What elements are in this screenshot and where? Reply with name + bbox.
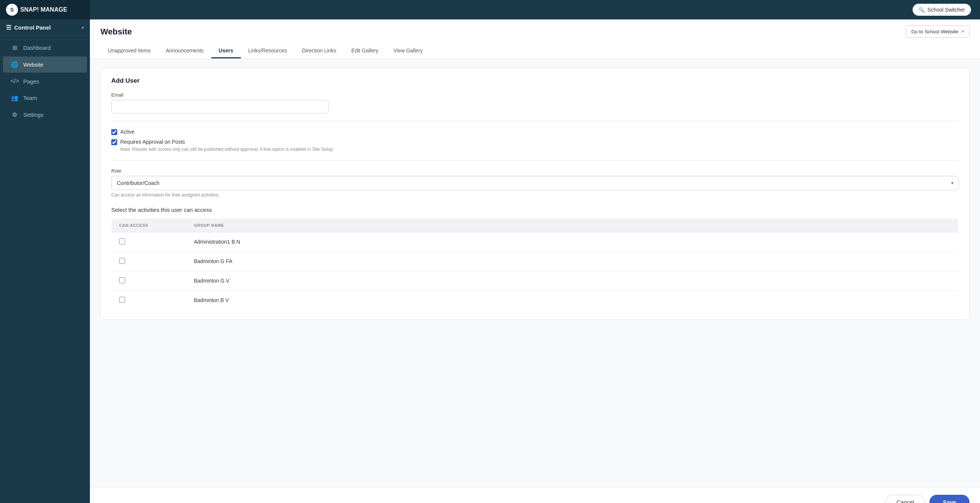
can-access-cell xyxy=(111,290,186,310)
sidebar-item-dashboard[interactable]: ⊞ Dashboard xyxy=(3,40,87,56)
active-label[interactable]: Active xyxy=(111,129,959,135)
form-area: Add User Email Active xyxy=(90,59,980,487)
add-user-title: Add User xyxy=(111,77,959,84)
sidebar-item-website[interactable]: 🌐 Website xyxy=(3,57,87,73)
chevron-down-icon: ▾ xyxy=(82,25,84,30)
sidebar-item-team[interactable]: 👥 Team xyxy=(3,90,87,106)
table-row: Badminton B V xyxy=(111,290,959,310)
requires-approval-note: Note: Results with scores only can still… xyxy=(120,146,959,153)
school-switcher-label: School Switcher xyxy=(928,7,965,13)
save-button[interactable]: Save xyxy=(929,495,969,503)
logo-icon: S xyxy=(6,4,18,16)
col-group-name-header: GROUP NAME xyxy=(186,218,959,232)
activities-table-head: CAN ACCESS GROUP NAME xyxy=(111,218,959,232)
page-header: Website Go to School Website ↗ Unapprove… xyxy=(90,19,980,59)
goto-school-button[interactable]: Go to School Website ↗ xyxy=(906,25,970,38)
external-link-icon: ↗ xyxy=(961,29,964,34)
table-row: Badminton G V xyxy=(111,271,959,290)
can-access-cell xyxy=(111,232,186,252)
role-group: Role Contributor/Coach Admin Viewer ▾ Ca… xyxy=(111,168,959,198)
cancel-button[interactable]: Cancel xyxy=(886,495,925,503)
app-logo: S SNAP! MANAGE xyxy=(6,4,67,16)
tab-announcements[interactable]: Announcements xyxy=(158,44,211,59)
email-field[interactable] xyxy=(111,100,329,113)
tab-unapproved[interactable]: Unapproved Items xyxy=(100,44,158,59)
group-name-cell: Administration1 B N xyxy=(186,232,959,252)
divider-2 xyxy=(111,160,959,160)
activities-table-header-row: CAN ACCESS GROUP NAME xyxy=(111,218,959,232)
can-access-cell xyxy=(111,271,186,290)
sidebar: S SNAP! MANAGE ☰ Control Panel ▾ ⊞ Dashb… xyxy=(0,0,90,503)
sidebar-item-label: Website xyxy=(23,61,43,68)
grid-icon: ⊞ xyxy=(11,44,19,51)
control-panel-text: Control Panel xyxy=(14,24,51,31)
form-footer: Cancel Save xyxy=(90,487,980,503)
role-description: Can access all information for their ass… xyxy=(111,192,959,198)
role-label: Role xyxy=(111,168,959,174)
sidebar-item-label: Pages xyxy=(23,78,39,84)
content-area: Website Go to School Website ↗ Unapprove… xyxy=(90,19,980,503)
tab-users[interactable]: Users xyxy=(211,44,241,59)
tab-direction-links[interactable]: Direction Links xyxy=(294,44,344,59)
group-name-cell: Badminton G V xyxy=(186,271,959,290)
sidebar-header: S SNAP! MANAGE xyxy=(0,0,90,19)
tabs: Unapproved Items Announcements Users Lin… xyxy=(100,44,969,59)
checkbox-group: Active Requires Approval on Posts Note: … xyxy=(111,129,959,153)
activities-title: Select the activities this user can acce… xyxy=(111,206,959,213)
role-select-wrapper: Contributor/Coach Admin Viewer ▾ xyxy=(111,176,959,190)
table-row: Badminton G FA xyxy=(111,252,959,271)
requires-approval-checkbox[interactable] xyxy=(111,139,117,145)
sidebar-item-label: Settings xyxy=(23,111,43,118)
activity-checkbox-3[interactable] xyxy=(119,277,125,283)
goto-school-label: Go to School Website xyxy=(912,29,959,35)
active-checkbox[interactable] xyxy=(111,129,117,135)
activity-checkbox-4[interactable] xyxy=(119,297,125,303)
page-title-row: Website Go to School Website ↗ xyxy=(100,25,969,38)
sidebar-item-label: Team xyxy=(23,95,37,101)
sidebar-nav: ⊞ Dashboard 🌐 Website </> Pages 👥 Team ⚙… xyxy=(0,36,90,503)
activity-checkbox-2[interactable] xyxy=(119,258,125,264)
tab-edit-gallery[interactable]: Edit Gallery xyxy=(344,44,386,59)
table-row: Administration1 B N xyxy=(111,232,959,252)
divider-1 xyxy=(111,121,959,121)
sidebar-item-label: Dashboard xyxy=(23,44,51,51)
sidebar-item-pages[interactable]: </> Pages xyxy=(3,73,87,89)
search-icon: 🔍 xyxy=(919,7,924,13)
activities-table-body: Administration1 B N Badminton G FA xyxy=(111,232,959,310)
group-name-cell: Badminton G FA xyxy=(186,252,959,271)
activities-section: Select the activities this user can acce… xyxy=(111,206,959,310)
active-label-text: Active xyxy=(120,129,135,135)
gear-icon: ⚙ xyxy=(11,111,19,118)
can-access-cell xyxy=(111,252,186,271)
col-can-access-header: CAN ACCESS xyxy=(111,218,186,232)
group-name-cell: Badminton B V xyxy=(186,290,959,310)
tab-view-gallery[interactable]: View Gallery xyxy=(386,44,430,59)
requires-approval-row: Requires Approval on Posts Note: Results… xyxy=(111,139,959,153)
hamburger-icon: ☰ xyxy=(6,24,11,31)
active-checkbox-row: Active xyxy=(111,129,959,135)
email-label: Email xyxy=(111,92,959,98)
sidebar-item-settings[interactable]: ⚙ Settings xyxy=(3,107,87,123)
topbar: 🔍 School Switcher xyxy=(90,0,980,19)
main-area: 🔍 School Switcher Website Go to School W… xyxy=(90,0,980,503)
add-user-card: Add User Email Active xyxy=(100,68,969,320)
activity-checkbox-1[interactable] xyxy=(119,238,125,244)
globe-icon: 🌐 xyxy=(11,61,19,68)
app-name: SNAP! MANAGE xyxy=(20,6,67,13)
requires-approval-label-text: Requires Approval on Posts xyxy=(120,139,185,145)
code-icon: </> xyxy=(11,78,19,84)
control-panel-section[interactable]: ☰ Control Panel ▾ xyxy=(0,19,90,36)
role-select[interactable]: Contributor/Coach Admin Viewer xyxy=(111,176,959,190)
tab-links-resources[interactable]: Links/Resources xyxy=(241,44,295,59)
activities-table: CAN ACCESS GROUP NAME Administration1 B xyxy=(111,218,959,310)
page-title: Website xyxy=(100,27,132,36)
people-icon: 👥 xyxy=(11,94,19,102)
requires-approval-label[interactable]: Requires Approval on Posts xyxy=(111,139,959,145)
email-group: Email xyxy=(111,92,959,113)
school-switcher-button[interactable]: 🔍 School Switcher xyxy=(913,4,971,16)
control-panel-label: ☰ Control Panel xyxy=(6,24,51,31)
